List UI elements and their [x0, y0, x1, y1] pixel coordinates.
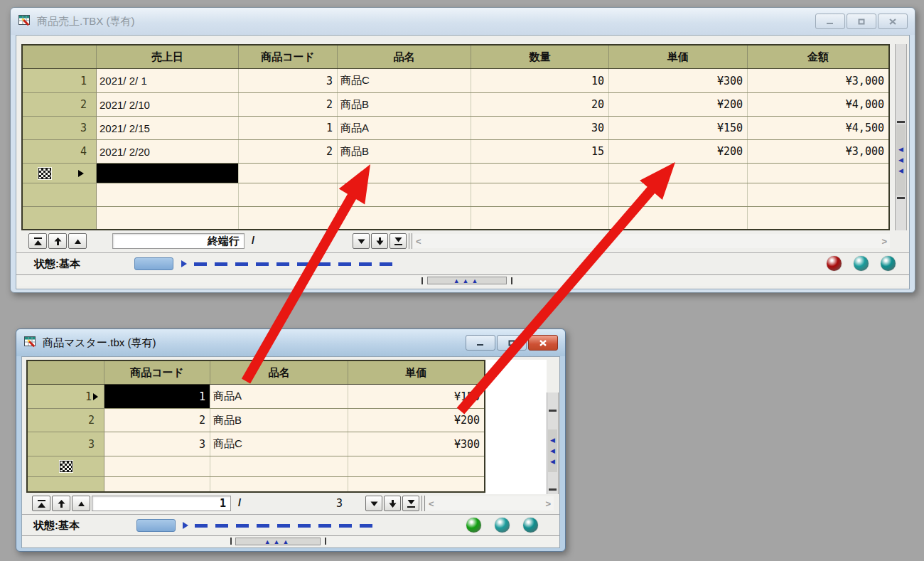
- row-header[interactable]: [23, 207, 97, 229]
- master-window-titlebar[interactable]: 商品マスター.tbx (専有): [16, 329, 565, 356]
- cell-empty[interactable]: [471, 207, 609, 229]
- cell-product-code[interactable]: 2: [239, 140, 338, 163]
- cell-product-code[interactable]: 2: [104, 409, 210, 432]
- cell-empty[interactable]: [348, 477, 484, 491]
- cell-empty[interactable]: [338, 164, 471, 183]
- cell-empty[interactable]: [210, 456, 348, 476]
- scroll-right-icon[interactable]: >: [881, 236, 887, 247]
- page-up-button[interactable]: [52, 496, 70, 511]
- row-header[interactable]: [23, 183, 97, 206]
- cell-sale-date[interactable]: 2021/ 2/20: [97, 140, 239, 163]
- row-header[interactable]: 1: [23, 69, 97, 92]
- vertical-splitter[interactable]: ◀ ◀ ◀: [895, 44, 907, 230]
- bottom-splitter[interactable]: ▲▲▲: [16, 274, 909, 286]
- cell-unit-price[interactable]: ¥200: [609, 93, 748, 116]
- minimize-button[interactable]: [815, 14, 845, 29]
- close-button[interactable]: [878, 14, 908, 29]
- cell-empty[interactable]: [471, 183, 609, 206]
- jump-first-row-button[interactable]: [32, 496, 50, 511]
- cell-empty[interactable]: [471, 164, 609, 183]
- current-record-field[interactable]: 1: [92, 496, 231, 511]
- jump-first-row-button[interactable]: [28, 233, 47, 249]
- cell-product-name[interactable]: 商品C: [338, 69, 471, 92]
- restore-button[interactable]: [497, 335, 527, 351]
- column-header-sale-date[interactable]: 売上日: [97, 46, 239, 68]
- column-header-product-name[interactable]: 品名: [338, 46, 471, 68]
- page-down-button[interactable]: [384, 496, 401, 511]
- column-header-product-code[interactable]: 商品コード: [239, 46, 338, 68]
- jump-last-row-button[interactable]: [390, 233, 407, 249]
- cell-product-name[interactable]: 商品C: [210, 432, 348, 456]
- previous-row-button[interactable]: [72, 496, 90, 511]
- cell-empty[interactable]: [239, 207, 338, 229]
- cell-product-code[interactable]: 1: [239, 117, 338, 139]
- close-button[interactable]: [528, 335, 558, 351]
- row-header-terminal[interactable]: [23, 164, 97, 183]
- row-header-current[interactable]: 1: [28, 385, 104, 408]
- cell-amount[interactable]: ¥3,000: [748, 140, 888, 163]
- column-header-product-name[interactable]: 品名: [210, 361, 348, 384]
- cell-empty[interactable]: [748, 164, 888, 183]
- vertical-splitter[interactable]: ◀ ◀ ◀: [547, 392, 559, 494]
- cell-unit-price[interactable]: ¥300: [609, 69, 748, 92]
- cell-empty[interactable]: [239, 164, 338, 183]
- previous-row-button[interactable]: [68, 233, 87, 249]
- cell-empty[interactable]: [97, 183, 239, 206]
- page-down-button[interactable]: [371, 233, 388, 249]
- corner-header-cell[interactable]: [23, 46, 97, 68]
- row-header[interactable]: 4: [23, 140, 97, 163]
- next-row-button[interactable]: [353, 233, 370, 249]
- row-header[interactable]: [28, 477, 104, 491]
- row-header[interactable]: 3: [28, 432, 104, 456]
- cell-empty[interactable]: [348, 456, 484, 476]
- column-header-quantity[interactable]: 数量: [471, 46, 609, 68]
- restore-button[interactable]: [847, 14, 876, 29]
- cell-amount[interactable]: ¥4,000: [748, 93, 888, 116]
- cell-product-code[interactable]: 3: [104, 432, 210, 456]
- cell-quantity[interactable]: 10: [471, 69, 609, 92]
- cell-quantity[interactable]: 30: [471, 117, 609, 139]
- cell-empty[interactable]: [748, 207, 888, 229]
- scroll-left-icon[interactable]: <: [416, 236, 421, 247]
- cell-amount[interactable]: ¥3,000: [748, 69, 888, 92]
- jump-last-row-button[interactable]: [402, 496, 419, 511]
- column-header-unit-price[interactable]: 単価: [609, 46, 748, 68]
- cell-empty[interactable]: [609, 183, 748, 206]
- cell-product-code[interactable]: 2: [239, 93, 338, 116]
- horizontal-scrollbar[interactable]: < >: [426, 496, 554, 511]
- cell-product-name[interactable]: 商品B: [338, 140, 471, 163]
- cell-empty[interactable]: [97, 207, 239, 229]
- bottom-splitter-handle[interactable]: ▲▲▲: [427, 277, 507, 284]
- cell-unit-price[interactable]: ¥150: [348, 385, 484, 408]
- vertical-splitter-handle[interactable]: ◀ ◀ ◀: [548, 429, 557, 472]
- cell-empty[interactable]: [104, 477, 210, 491]
- cell-empty[interactable]: [748, 183, 888, 206]
- corner-header-cell[interactable]: [28, 361, 104, 384]
- cell-product-code[interactable]: 3: [239, 69, 338, 92]
- cell-empty[interactable]: [338, 207, 471, 229]
- minimize-button[interactable]: [466, 335, 495, 351]
- bottom-splitter-handle[interactable]: ▲▲▲: [235, 538, 321, 545]
- cell-empty[interactable]: [210, 477, 348, 491]
- cell-sale-date[interactable]: 2021/ 2/10: [97, 93, 239, 116]
- cell-product-name[interactable]: 商品A: [210, 385, 348, 408]
- cell-empty[interactable]: [104, 456, 210, 476]
- row-header[interactable]: 3: [23, 117, 97, 139]
- column-header-product-code[interactable]: 商品コード: [104, 361, 210, 384]
- page-up-button[interactable]: [48, 233, 67, 249]
- cell-amount[interactable]: ¥4,500: [748, 117, 888, 139]
- cell-selected-blank[interactable]: [97, 164, 239, 183]
- row-header-terminal[interactable]: [28, 456, 104, 476]
- cell-empty[interactable]: [609, 164, 748, 183]
- column-header-amount[interactable]: 金額: [748, 46, 888, 68]
- row-header[interactable]: 2: [23, 93, 97, 116]
- sales-window-titlebar[interactable]: 商品売上.TBX (専有): [11, 8, 915, 35]
- cell-unit-price[interactable]: ¥150: [609, 117, 748, 139]
- cell-empty[interactable]: [609, 207, 748, 229]
- cell-product-code-selected[interactable]: 1: [104, 385, 210, 408]
- cell-product-name[interactable]: 商品B: [338, 93, 471, 116]
- scroll-right-icon[interactable]: >: [545, 498, 551, 509]
- cell-empty[interactable]: [338, 183, 471, 206]
- column-header-unit-price[interactable]: 単価: [348, 361, 484, 384]
- cell-unit-price[interactable]: ¥300: [348, 432, 484, 456]
